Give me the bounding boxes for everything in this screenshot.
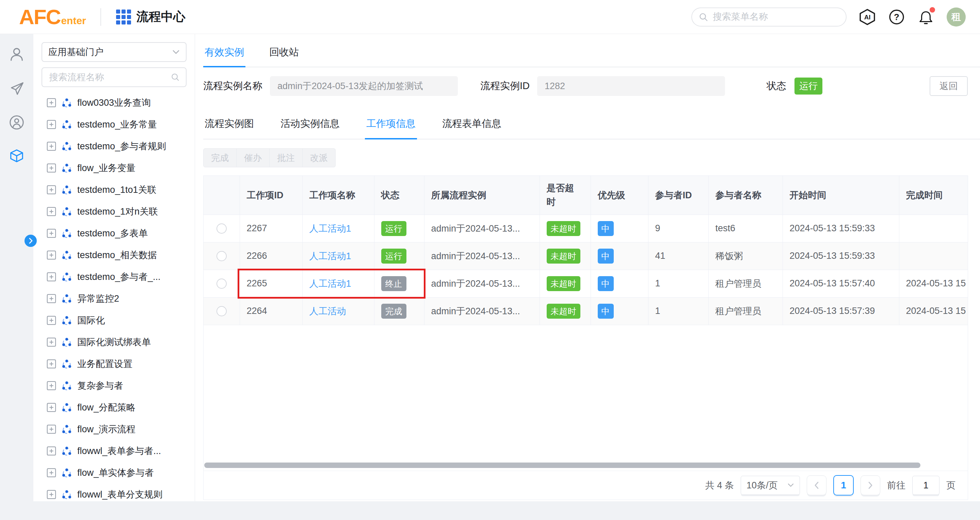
page-title: 流程中心 (137, 8, 186, 25)
status-badge: 运行 (381, 249, 406, 263)
tree-item[interactable]: testdemo_多表单 (41, 222, 186, 244)
workitem-link[interactable]: 人工活动1 (309, 251, 351, 261)
process-icon (61, 271, 73, 282)
expand-plus-icon[interactable] (46, 446, 57, 456)
tree-item[interactable]: 业务配置设置 (41, 353, 186, 375)
expand-plus-icon[interactable] (46, 206, 57, 217)
process-icon (61, 119, 73, 130)
process-icon (61, 162, 73, 174)
tree-item[interactable]: testdemo_参与者规则 (41, 135, 186, 157)
tree-search[interactable] (41, 67, 186, 87)
tree-item[interactable]: testdemo_业务常量 (41, 114, 186, 135)
expand-plus-icon[interactable] (46, 185, 57, 195)
reassign-button[interactable]: 改派 (302, 148, 336, 167)
expand-plus-icon[interactable] (46, 163, 57, 173)
header-end-time: 完成时间 (899, 176, 968, 215)
tree-item[interactable]: testdemo_相关数据 (41, 244, 186, 266)
next-page-button[interactable] (861, 476, 880, 495)
comment-button[interactable]: 批注 (270, 148, 302, 167)
page-size-select[interactable]: 10条/页 (741, 476, 800, 495)
user-icon (9, 47, 24, 62)
help-button[interactable]: ? (888, 8, 905, 25)
tree-item[interactable]: testdemo_1to1关联 (41, 179, 186, 201)
rail-item-user[interactable] (8, 46, 25, 63)
row-radio[interactable] (216, 306, 227, 316)
tree-item[interactable]: flow_演示流程 (41, 418, 186, 440)
complete-button[interactable]: 完成 (203, 148, 237, 167)
tree-item[interactable]: 异常监控2 (41, 288, 186, 309)
tab-activity-info[interactable]: 活动实例信息 (279, 111, 341, 139)
portal-select[interactable]: 应用基础门户 (41, 42, 186, 62)
instance-name-label: 流程实例名称 (203, 79, 262, 93)
expand-plus-icon[interactable] (46, 250, 57, 260)
page-number-button[interactable]: 1 (833, 475, 854, 496)
expand-plus-icon[interactable] (46, 424, 57, 434)
ai-assistant-button[interactable]: AI (859, 8, 876, 25)
tree-item[interactable]: testdemo_参与者_... (41, 266, 186, 288)
rail-item-process-active[interactable] (8, 148, 25, 165)
page-unit-label: 页 (946, 479, 956, 491)
notifications-button[interactable] (917, 8, 934, 25)
process-icon (61, 336, 73, 348)
menu-search-input[interactable] (712, 11, 839, 22)
tree-item[interactable]: flow_分配策略 (41, 396, 186, 418)
table-header-row: 工作项ID 工作项名称 状态 所属流程实例 是否超时 优先级 参与者ID 参与者… (204, 176, 968, 215)
expand-plus-icon[interactable] (46, 337, 57, 347)
expand-plus-icon[interactable] (46, 228, 57, 238)
avatar[interactable]: 租 (947, 8, 966, 27)
expand-plus-icon[interactable] (46, 272, 57, 282)
tab-instance-diagram[interactable]: 流程实例图 (203, 111, 255, 139)
cell-instance: admin于2024-05-13... (424, 270, 539, 297)
tree-item[interactable]: flow0303业务查询 (41, 92, 186, 114)
tab-workitem-info[interactable]: 工作项信息 (365, 111, 417, 139)
back-button[interactable]: 返回 (930, 76, 968, 96)
tree-item[interactable]: 复杂参与者 (41, 375, 186, 396)
menu-search[interactable] (691, 8, 846, 27)
expand-plus-icon[interactable] (46, 380, 57, 391)
tree-item[interactable]: 国际化测试绑表单 (41, 331, 186, 353)
goto-page-input[interactable] (912, 476, 940, 495)
workitem-link[interactable]: 人工活动1 (309, 224, 351, 234)
row-radio[interactable] (216, 279, 227, 289)
cell-participant-id: 1 (648, 270, 708, 297)
row-radio[interactable] (216, 224, 227, 234)
expand-plus-icon[interactable] (46, 293, 57, 304)
expand-plus-icon[interactable] (46, 141, 57, 151)
instance-id-field[interactable] (537, 76, 725, 96)
prev-page-button[interactable] (807, 476, 826, 495)
expand-plus-icon[interactable] (46, 315, 57, 325)
row-radio[interactable] (216, 251, 227, 261)
tab-recycle-bin[interactable]: 回收站 (268, 41, 300, 67)
scrollbar-thumb[interactable] (204, 463, 920, 468)
tree-item[interactable]: testdemo_1对n关联 (41, 201, 186, 222)
process-icon (61, 184, 73, 195)
chevron-left-icon (813, 481, 820, 490)
status-badge: 运行 (794, 78, 822, 95)
tree-item[interactable]: 国际化 (41, 309, 186, 331)
process-tree-panel: 应用基础门户 flow0303业务查询 testdemo_业务常量 testde… (33, 34, 195, 501)
tree-item-label: 异常监控2 (77, 292, 119, 305)
tree-item[interactable]: flowwl_表单参与者... (41, 440, 186, 462)
tree-search-input[interactable] (48, 72, 171, 83)
sidebar-expand-button[interactable] (24, 235, 37, 247)
search-icon (699, 12, 708, 22)
expand-plus-icon[interactable] (46, 98, 57, 108)
expand-plus-icon[interactable] (46, 402, 57, 412)
expand-plus-icon[interactable] (46, 468, 57, 478)
rail-item-account[interactable] (8, 114, 25, 131)
tree-item[interactable]: flowwl_表单分支规则 (41, 484, 186, 506)
rail-item-send[interactable] (8, 80, 25, 97)
tree-item[interactable]: flow_业务变量 (41, 157, 186, 179)
expand-plus-icon[interactable] (46, 359, 57, 369)
tab-valid-instances[interactable]: 有效实例 (203, 41, 245, 67)
cell-participant-name: 稀饭粥 (708, 242, 783, 270)
horizontal-scrollbar[interactable] (204, 463, 967, 469)
expand-plus-icon[interactable] (46, 119, 57, 130)
tree-item[interactable]: flow_单实体参与者 (41, 462, 186, 484)
expand-plus-icon[interactable] (46, 489, 57, 499)
instance-name-field[interactable] (270, 76, 458, 96)
workitem-link[interactable]: 人工活动 (309, 306, 346, 316)
tab-form-info[interactable]: 流程表单信息 (441, 111, 503, 139)
svg-text:?: ? (894, 12, 899, 22)
urge-button[interactable]: 催办 (237, 148, 270, 167)
